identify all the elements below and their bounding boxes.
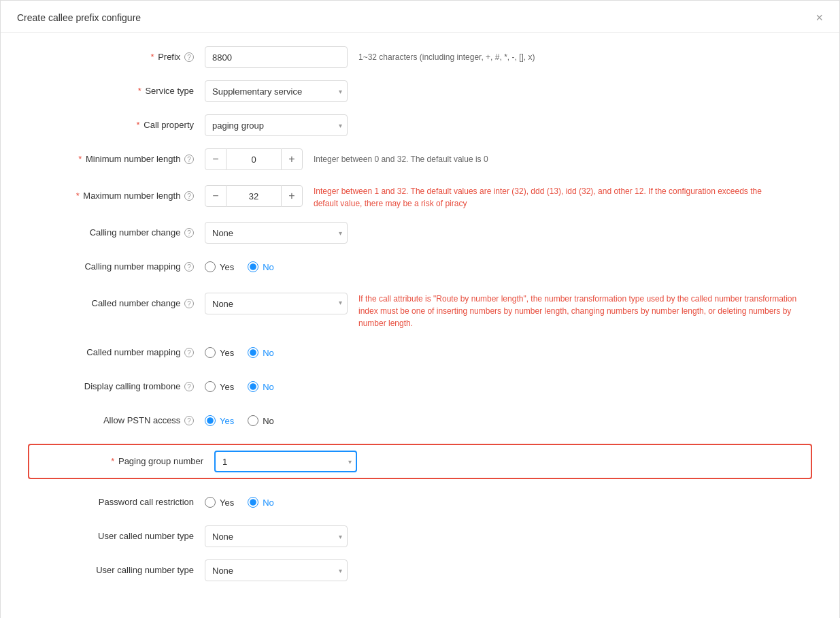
password-call-restriction-input-col: Yes No bbox=[205, 491, 274, 513]
call-property-label: * Call property bbox=[28, 114, 205, 136]
called-number-mapping-input-col: Yes No bbox=[205, 342, 274, 363]
prefix-input-col bbox=[205, 46, 348, 68]
calling-number-change-label: Calling number change ? bbox=[28, 222, 205, 244]
allow-pstn-access-input-col: Yes No bbox=[205, 410, 274, 432]
pstn-no-radio[interactable] bbox=[248, 415, 258, 426]
pstn-yes-radio[interactable] bbox=[205, 415, 216, 426]
called-number-change-row: Called number change ? None ▾ If the cal… bbox=[28, 290, 812, 329]
prefix-row: * Prefix ? 1~32 characters (including in… bbox=[28, 46, 812, 68]
min-length-minus-button[interactable]: − bbox=[205, 148, 226, 170]
calling-mapping-no-label[interactable]: No bbox=[248, 261, 274, 272]
user-called-number-type-label: User called number type bbox=[28, 525, 205, 547]
password-call-restriction-label: Password call restriction bbox=[28, 491, 205, 513]
call-property-input-col: paging group inter ddd idd ▾ bbox=[205, 114, 348, 136]
paging-group-number-input-col: 1 2 3 ▾ bbox=[214, 451, 357, 472]
min-length-input[interactable] bbox=[226, 148, 281, 170]
user-calling-number-type-label: User calling number type bbox=[28, 559, 205, 581]
calling-mapping-no-radio[interactable] bbox=[248, 261, 258, 272]
display-calling-trombone-row: Display calling trombone ? Yes No bbox=[28, 376, 812, 397]
pstn-yes-label[interactable]: Yes bbox=[205, 415, 234, 426]
trombone-yes-radio[interactable] bbox=[205, 381, 216, 392]
user-calling-number-type-row: User calling number type None ▾ bbox=[28, 559, 812, 581]
max-length-minus-button[interactable]: − bbox=[205, 185, 226, 207]
calling-number-mapping-label: Calling number mapping ? bbox=[28, 256, 205, 278]
user-called-number-type-row: User called number type None ▾ bbox=[28, 525, 812, 547]
called-mapping-yes-label[interactable]: Yes bbox=[205, 347, 234, 358]
max-number-length-input-col: − + bbox=[205, 182, 303, 207]
allow-pstn-access-row: Allow PSTN access ? Yes No bbox=[28, 410, 812, 432]
prefix-help-icon[interactable]: ? bbox=[184, 52, 194, 62]
display-calling-trombone-help-icon[interactable]: ? bbox=[184, 382, 194, 391]
called-number-change-help-icon[interactable]: ? bbox=[184, 299, 194, 308]
user-called-number-type-input-col: None ▾ bbox=[205, 525, 348, 547]
max-length-plus-button[interactable]: + bbox=[281, 185, 303, 207]
pstn-no-label[interactable]: No bbox=[248, 415, 274, 426]
password-restriction-yes-label[interactable]: Yes bbox=[205, 497, 234, 508]
trombone-no-radio[interactable] bbox=[248, 381, 258, 392]
called-number-mapping-label: Called number mapping ? bbox=[28, 342, 205, 363]
service-type-select[interactable]: Supplementary service Basic service bbox=[205, 80, 348, 102]
allow-pstn-access-label: Allow PSTN access ? bbox=[28, 410, 205, 432]
prefix-note: 1~32 characters (including integer, +, #… bbox=[358, 51, 812, 63]
allow-pstn-access-help-icon[interactable]: ? bbox=[184, 416, 194, 425]
user-called-number-type-select[interactable]: None bbox=[205, 525, 348, 547]
display-calling-trombone-label: Display calling trombone ? bbox=[28, 376, 205, 397]
max-number-length-help-icon[interactable]: ? bbox=[184, 191, 194, 201]
display-calling-trombone-input-col: Yes No bbox=[205, 376, 274, 397]
called-mapping-yes-radio[interactable] bbox=[205, 347, 216, 358]
prefix-label: * Prefix ? bbox=[28, 46, 205, 68]
calling-number-mapping-input-col: Yes No bbox=[205, 256, 274, 278]
called-number-change-select[interactable]: None bbox=[205, 293, 348, 314]
max-length-input[interactable] bbox=[226, 185, 281, 207]
trombone-no-label[interactable]: No bbox=[248, 381, 274, 392]
prefix-input[interactable] bbox=[205, 46, 348, 68]
called-number-change-input-col: None ▾ bbox=[205, 290, 348, 314]
called-number-mapping-help-icon[interactable]: ? bbox=[184, 348, 194, 357]
called-number-change-note: If the call attribute is "Route by numbe… bbox=[358, 290, 807, 329]
create-callee-prefix-dialog: Create callee prefix configure × * Prefi… bbox=[0, 0, 840, 618]
called-mapping-no-radio[interactable] bbox=[248, 347, 258, 358]
password-restriction-no-radio[interactable] bbox=[248, 497, 258, 508]
min-number-length-row: * Minimum number length ? − + Integer be… bbox=[28, 148, 812, 170]
service-type-row: * Service type Supplementary service Bas… bbox=[28, 80, 812, 102]
calling-number-mapping-help-icon[interactable]: ? bbox=[184, 262, 194, 272]
call-property-select[interactable]: paging group inter ddd idd bbox=[205, 114, 348, 136]
trombone-yes-label[interactable]: Yes bbox=[205, 381, 234, 392]
called-mapping-no-label[interactable]: No bbox=[248, 347, 274, 358]
called-number-change-label: Called number change ? bbox=[28, 290, 205, 314]
password-restriction-yes-radio[interactable] bbox=[205, 497, 216, 508]
paging-group-number-row: * Paging group number 1 2 3 ▾ bbox=[28, 444, 812, 479]
password-call-restriction-row: Password call restriction Yes No bbox=[28, 491, 812, 513]
calling-number-change-input-col: None ▾ bbox=[205, 222, 348, 244]
calling-number-change-help-icon[interactable]: ? bbox=[184, 228, 194, 238]
dialog-title: Create callee prefix configure bbox=[17, 12, 141, 23]
calling-number-change-select[interactable]: None bbox=[205, 222, 348, 244]
close-button[interactable]: × bbox=[816, 12, 823, 24]
called-number-mapping-row: Called number mapping ? Yes No bbox=[28, 342, 812, 363]
dialog-header: Create callee prefix configure × bbox=[1, 1, 839, 33]
max-number-length-label: * Maximum number length ? bbox=[28, 182, 205, 207]
min-number-length-note: Integer between 0 and 32. The default va… bbox=[314, 153, 812, 165]
calling-number-mapping-row: Calling number mapping ? Yes No bbox=[28, 256, 812, 278]
min-number-length-label: * Minimum number length ? bbox=[28, 148, 205, 170]
min-number-length-input-col: − + bbox=[205, 148, 303, 170]
calling-number-change-row: Calling number change ? None ▾ bbox=[28, 222, 812, 244]
max-number-length-row: * Maximum number length ? − + Integer be… bbox=[28, 182, 812, 210]
calling-mapping-yes-label[interactable]: Yes bbox=[205, 261, 234, 272]
service-type-label: * Service type bbox=[28, 80, 205, 102]
max-number-length-note: Integer between 1 and 32. The default va… bbox=[314, 182, 762, 210]
service-type-input-col: Supplementary service Basic service ▾ bbox=[205, 80, 348, 102]
user-calling-number-type-select[interactable]: None bbox=[205, 559, 348, 581]
call-property-row: * Call property paging group inter ddd i… bbox=[28, 114, 812, 136]
calling-mapping-yes-radio[interactable] bbox=[205, 261, 216, 272]
paging-group-number-label: * Paging group number bbox=[37, 451, 214, 472]
user-calling-number-type-input-col: None ▾ bbox=[205, 559, 348, 581]
min-number-length-help-icon[interactable]: ? bbox=[184, 154, 194, 164]
dialog-body: * Prefix ? 1~32 characters (including in… bbox=[1, 33, 839, 607]
password-restriction-no-label[interactable]: No bbox=[248, 497, 274, 508]
min-length-plus-button[interactable]: + bbox=[281, 148, 303, 170]
paging-group-number-select[interactable]: 1 2 3 bbox=[214, 451, 357, 472]
